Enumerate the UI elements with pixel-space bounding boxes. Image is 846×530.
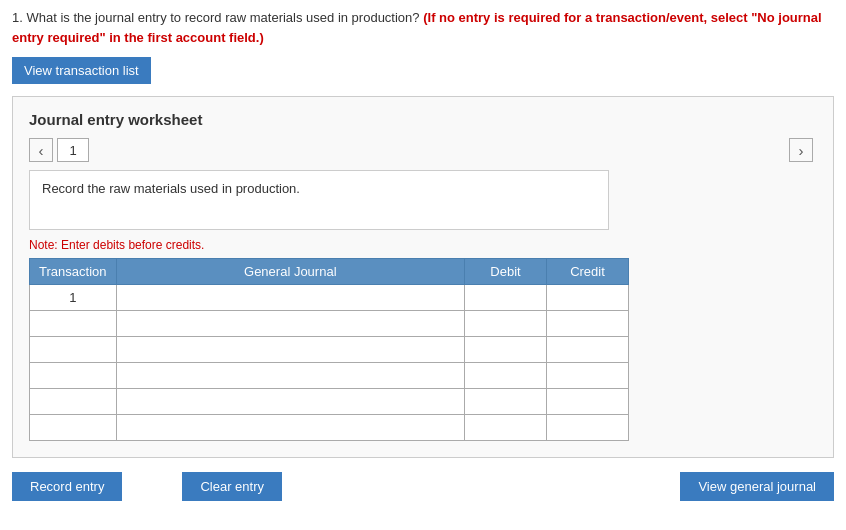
credit-input[interactable]: [553, 420, 622, 435]
transaction-cell: 1: [30, 285, 117, 311]
col-header-transaction: Transaction: [30, 259, 117, 285]
debit-cell[interactable]: [465, 389, 547, 415]
debit-cell[interactable]: [465, 415, 547, 441]
credit-input[interactable]: [553, 290, 622, 305]
credit-cell[interactable]: [546, 363, 628, 389]
credit-cell[interactable]: [546, 285, 628, 311]
debit-cell[interactable]: [465, 311, 547, 337]
credit-cell[interactable]: [546, 389, 628, 415]
col-header-general-journal: General Journal: [116, 259, 464, 285]
general-journal-input[interactable]: [123, 368, 458, 383]
view-general-journal-button[interactable]: View general journal: [680, 472, 834, 501]
debit-input[interactable]: [471, 290, 540, 305]
credit-cell[interactable]: [546, 415, 628, 441]
debit-input[interactable]: [471, 368, 540, 383]
table-row: [30, 389, 629, 415]
general-journal-input[interactable]: [123, 290, 458, 305]
description-box: Record the raw materials used in product…: [29, 170, 609, 230]
transaction-cell: [30, 337, 117, 363]
table-row: 1: [30, 285, 629, 311]
general-journal-cell[interactable]: [116, 363, 464, 389]
bottom-buttons: Record entry Clear entry View general jo…: [12, 472, 834, 501]
table-row: [30, 415, 629, 441]
credit-input[interactable]: [553, 394, 622, 409]
credit-cell[interactable]: [546, 311, 628, 337]
general-journal-input[interactable]: [123, 316, 458, 331]
view-transaction-list-button[interactable]: View transaction list: [12, 57, 151, 84]
journal-table: Transaction General Journal Debit Credit…: [29, 258, 629, 441]
col-header-credit: Credit: [546, 259, 628, 285]
nav-next-button[interactable]: ›: [789, 138, 813, 162]
worksheet-title: Journal entry worksheet: [29, 111, 817, 128]
debit-cell[interactable]: [465, 285, 547, 311]
col-header-debit: Debit: [465, 259, 547, 285]
debit-cell[interactable]: [465, 337, 547, 363]
debit-input[interactable]: [471, 316, 540, 331]
debit-input[interactable]: [471, 342, 540, 357]
credit-input[interactable]: [553, 342, 622, 357]
table-header-row: Transaction General Journal Debit Credit: [30, 259, 629, 285]
record-entry-button[interactable]: Record entry: [12, 472, 122, 501]
question-text: 1. What is the journal entry to record r…: [12, 8, 834, 47]
clear-entry-button[interactable]: Clear entry: [182, 472, 282, 501]
table-row: [30, 337, 629, 363]
general-journal-cell[interactable]: [116, 415, 464, 441]
general-journal-cell[interactable]: [116, 337, 464, 363]
debit-cell[interactable]: [465, 363, 547, 389]
transaction-cell: [30, 389, 117, 415]
credit-input[interactable]: [553, 368, 622, 383]
transaction-cell: [30, 415, 117, 441]
transaction-cell: [30, 363, 117, 389]
worksheet-container: Journal entry worksheet ‹ 1 › Record the…: [12, 96, 834, 458]
general-journal-input[interactable]: [123, 394, 458, 409]
table-row: [30, 311, 629, 337]
question-area: 1. What is the journal entry to record r…: [12, 8, 834, 47]
general-journal-cell[interactable]: [116, 285, 464, 311]
note-text: Note: Enter debits before credits.: [29, 238, 817, 252]
general-journal-input[interactable]: [123, 420, 458, 435]
nav-prev-button[interactable]: ‹: [29, 138, 53, 162]
nav-row: ‹ 1 ›: [29, 138, 817, 162]
general-journal-cell[interactable]: [116, 389, 464, 415]
table-row: [30, 363, 629, 389]
credit-cell[interactable]: [546, 337, 628, 363]
general-journal-input[interactable]: [123, 342, 458, 357]
debit-input[interactable]: [471, 420, 540, 435]
nav-number-box: 1: [57, 138, 89, 162]
credit-input[interactable]: [553, 316, 622, 331]
debit-input[interactable]: [471, 394, 540, 409]
general-journal-cell[interactable]: [116, 311, 464, 337]
transaction-cell: [30, 311, 117, 337]
